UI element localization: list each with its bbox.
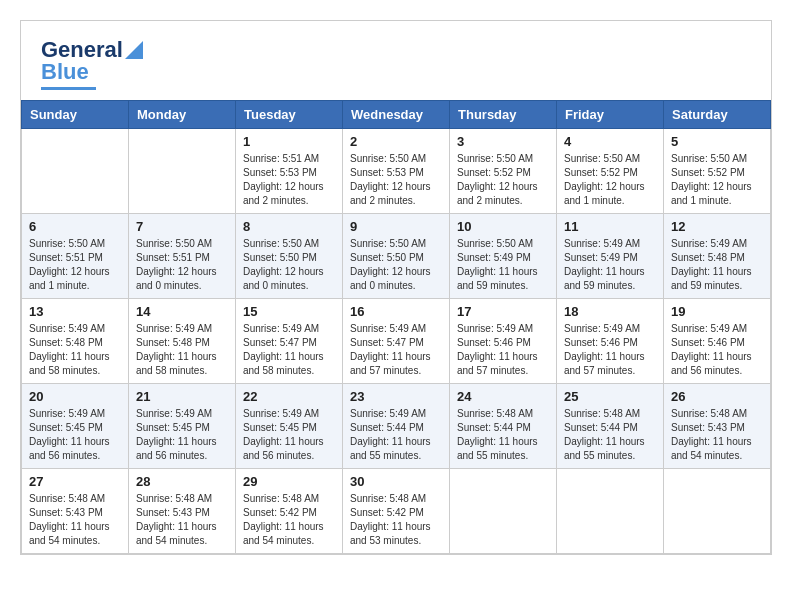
day-number: 10: [457, 219, 549, 234]
calendar-cell: 27Sunrise: 5:48 AM Sunset: 5:43 PM Dayli…: [22, 469, 129, 554]
day-info: Sunrise: 5:48 AM Sunset: 5:43 PM Dayligh…: [29, 492, 121, 548]
calendar-cell: 24Sunrise: 5:48 AM Sunset: 5:44 PM Dayli…: [450, 384, 557, 469]
weekday-wednesday: Wednesday: [343, 101, 450, 129]
day-info: Sunrise: 5:49 AM Sunset: 5:47 PM Dayligh…: [243, 322, 335, 378]
day-number: 14: [136, 304, 228, 319]
day-info: Sunrise: 5:49 AM Sunset: 5:48 PM Dayligh…: [136, 322, 228, 378]
day-number: 3: [457, 134, 549, 149]
day-number: 13: [29, 304, 121, 319]
day-number: 6: [29, 219, 121, 234]
calendar-cell: 22Sunrise: 5:49 AM Sunset: 5:45 PM Dayli…: [236, 384, 343, 469]
day-info: Sunrise: 5:49 AM Sunset: 5:48 PM Dayligh…: [671, 237, 763, 293]
calendar-cell: 3Sunrise: 5:50 AM Sunset: 5:52 PM Daylig…: [450, 129, 557, 214]
day-info: Sunrise: 5:48 AM Sunset: 5:42 PM Dayligh…: [350, 492, 442, 548]
calendar-cell: 17Sunrise: 5:49 AM Sunset: 5:46 PM Dayli…: [450, 299, 557, 384]
day-info: Sunrise: 5:48 AM Sunset: 5:44 PM Dayligh…: [564, 407, 656, 463]
calendar-cell: 9Sunrise: 5:50 AM Sunset: 5:50 PM Daylig…: [343, 214, 450, 299]
day-number: 8: [243, 219, 335, 234]
day-info: Sunrise: 5:49 AM Sunset: 5:48 PM Dayligh…: [29, 322, 121, 378]
weekday-saturday: Saturday: [664, 101, 771, 129]
week-row-2: 6Sunrise: 5:50 AM Sunset: 5:51 PM Daylig…: [22, 214, 771, 299]
day-number: 20: [29, 389, 121, 404]
day-number: 27: [29, 474, 121, 489]
week-row-4: 20Sunrise: 5:49 AM Sunset: 5:45 PM Dayli…: [22, 384, 771, 469]
calendar-cell: 28Sunrise: 5:48 AM Sunset: 5:43 PM Dayli…: [129, 469, 236, 554]
day-number: 9: [350, 219, 442, 234]
calendar-cell: 6Sunrise: 5:50 AM Sunset: 5:51 PM Daylig…: [22, 214, 129, 299]
calendar-cell: 16Sunrise: 5:49 AM Sunset: 5:47 PM Dayli…: [343, 299, 450, 384]
day-info: Sunrise: 5:49 AM Sunset: 5:45 PM Dayligh…: [136, 407, 228, 463]
day-info: Sunrise: 5:49 AM Sunset: 5:47 PM Dayligh…: [350, 322, 442, 378]
calendar-cell: 20Sunrise: 5:49 AM Sunset: 5:45 PM Dayli…: [22, 384, 129, 469]
day-number: 11: [564, 219, 656, 234]
day-number: 5: [671, 134, 763, 149]
calendar-cell: [129, 129, 236, 214]
day-number: 18: [564, 304, 656, 319]
day-number: 17: [457, 304, 549, 319]
day-number: 25: [564, 389, 656, 404]
calendar-cell: 29Sunrise: 5:48 AM Sunset: 5:42 PM Dayli…: [236, 469, 343, 554]
day-info: Sunrise: 5:48 AM Sunset: 5:42 PM Dayligh…: [243, 492, 335, 548]
weekday-sunday: Sunday: [22, 101, 129, 129]
weekday-header-row: SundayMondayTuesdayWednesdayThursdayFrid…: [22, 101, 771, 129]
day-number: 12: [671, 219, 763, 234]
calendar-cell: 2Sunrise: 5:50 AM Sunset: 5:53 PM Daylig…: [343, 129, 450, 214]
day-info: Sunrise: 5:49 AM Sunset: 5:49 PM Dayligh…: [564, 237, 656, 293]
calendar-cell: 13Sunrise: 5:49 AM Sunset: 5:48 PM Dayli…: [22, 299, 129, 384]
day-info: Sunrise: 5:49 AM Sunset: 5:44 PM Dayligh…: [350, 407, 442, 463]
calendar-cell: 30Sunrise: 5:48 AM Sunset: 5:42 PM Dayli…: [343, 469, 450, 554]
day-info: Sunrise: 5:48 AM Sunset: 5:43 PM Dayligh…: [136, 492, 228, 548]
weekday-thursday: Thursday: [450, 101, 557, 129]
calendar-cell: 5Sunrise: 5:50 AM Sunset: 5:52 PM Daylig…: [664, 129, 771, 214]
logo-icon: [125, 41, 143, 59]
calendar-cell: 26Sunrise: 5:48 AM Sunset: 5:43 PM Dayli…: [664, 384, 771, 469]
day-info: Sunrise: 5:49 AM Sunset: 5:45 PM Dayligh…: [243, 407, 335, 463]
day-info: Sunrise: 5:50 AM Sunset: 5:50 PM Dayligh…: [243, 237, 335, 293]
day-number: 29: [243, 474, 335, 489]
day-number: 23: [350, 389, 442, 404]
day-number: 7: [136, 219, 228, 234]
week-row-1: 1Sunrise: 5:51 AM Sunset: 5:53 PM Daylig…: [22, 129, 771, 214]
logo-blue: Blue: [41, 59, 89, 85]
day-info: Sunrise: 5:49 AM Sunset: 5:46 PM Dayligh…: [671, 322, 763, 378]
day-number: 21: [136, 389, 228, 404]
calendar-cell: [22, 129, 129, 214]
day-info: Sunrise: 5:50 AM Sunset: 5:52 PM Dayligh…: [457, 152, 549, 208]
calendar-table: SundayMondayTuesdayWednesdayThursdayFrid…: [21, 100, 771, 554]
calendar-cell: 1Sunrise: 5:51 AM Sunset: 5:53 PM Daylig…: [236, 129, 343, 214]
day-info: Sunrise: 5:50 AM Sunset: 5:50 PM Dayligh…: [350, 237, 442, 293]
calendar-cell: 10Sunrise: 5:50 AM Sunset: 5:49 PM Dayli…: [450, 214, 557, 299]
calendar-cell: 14Sunrise: 5:49 AM Sunset: 5:48 PM Dayli…: [129, 299, 236, 384]
day-number: 22: [243, 389, 335, 404]
calendar-container: General Blue SundayMondayTuesdayWednesda…: [20, 20, 772, 555]
calendar-cell: [450, 469, 557, 554]
weekday-monday: Monday: [129, 101, 236, 129]
calendar-cell: 11Sunrise: 5:49 AM Sunset: 5:49 PM Dayli…: [557, 214, 664, 299]
day-number: 19: [671, 304, 763, 319]
logo: General Blue: [41, 37, 143, 90]
calendar-cell: 12Sunrise: 5:49 AM Sunset: 5:48 PM Dayli…: [664, 214, 771, 299]
header: General Blue: [21, 21, 771, 100]
day-info: Sunrise: 5:50 AM Sunset: 5:49 PM Dayligh…: [457, 237, 549, 293]
day-info: Sunrise: 5:50 AM Sunset: 5:53 PM Dayligh…: [350, 152, 442, 208]
day-number: 28: [136, 474, 228, 489]
week-row-5: 27Sunrise: 5:48 AM Sunset: 5:43 PM Dayli…: [22, 469, 771, 554]
day-info: Sunrise: 5:50 AM Sunset: 5:52 PM Dayligh…: [671, 152, 763, 208]
day-number: 15: [243, 304, 335, 319]
calendar-cell: 23Sunrise: 5:49 AM Sunset: 5:44 PM Dayli…: [343, 384, 450, 469]
weekday-tuesday: Tuesday: [236, 101, 343, 129]
day-info: Sunrise: 5:48 AM Sunset: 5:43 PM Dayligh…: [671, 407, 763, 463]
calendar-cell: 7Sunrise: 5:50 AM Sunset: 5:51 PM Daylig…: [129, 214, 236, 299]
day-number: 24: [457, 389, 549, 404]
day-info: Sunrise: 5:50 AM Sunset: 5:51 PM Dayligh…: [136, 237, 228, 293]
calendar-cell: 25Sunrise: 5:48 AM Sunset: 5:44 PM Dayli…: [557, 384, 664, 469]
day-info: Sunrise: 5:49 AM Sunset: 5:46 PM Dayligh…: [457, 322, 549, 378]
day-info: Sunrise: 5:51 AM Sunset: 5:53 PM Dayligh…: [243, 152, 335, 208]
calendar-cell: [664, 469, 771, 554]
day-number: 26: [671, 389, 763, 404]
day-info: Sunrise: 5:48 AM Sunset: 5:44 PM Dayligh…: [457, 407, 549, 463]
svg-marker-0: [125, 41, 143, 59]
day-number: 16: [350, 304, 442, 319]
day-number: 30: [350, 474, 442, 489]
calendar-cell: 15Sunrise: 5:49 AM Sunset: 5:47 PM Dayli…: [236, 299, 343, 384]
